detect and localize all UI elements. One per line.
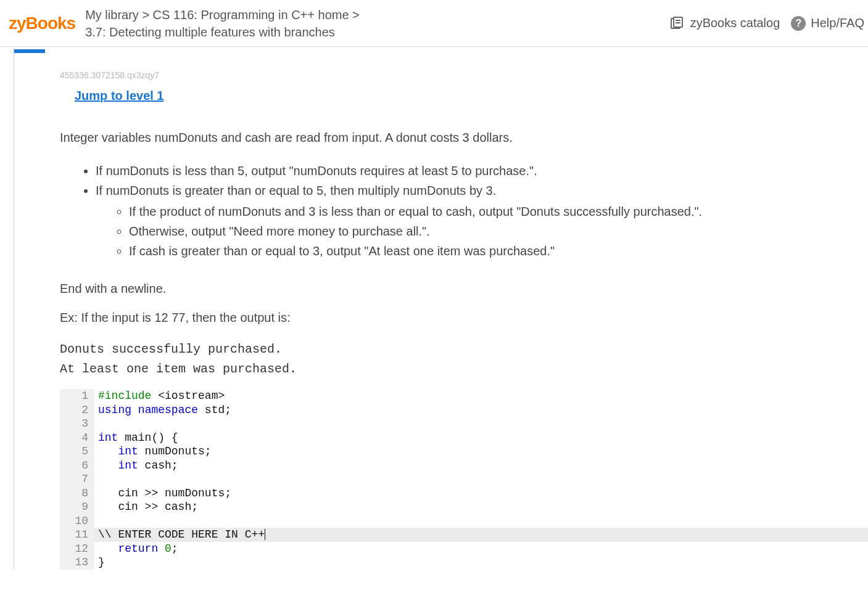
code-text[interactable]: \\ ENTER CODE HERE IN C++ xyxy=(94,528,868,542)
breadcrumb-line-1: My library > CS 116: Programming in C++ … xyxy=(85,6,669,23)
code-line[interactable]: 3 xyxy=(60,417,868,431)
logo-zy: zy xyxy=(9,14,26,33)
gutter-number: 8 xyxy=(60,486,94,501)
sub-bullet-2: Otherwise, output "Need more money to pu… xyxy=(129,221,868,241)
gutter-number: 3 xyxy=(60,417,94,431)
code-text[interactable]: int main() { xyxy=(94,431,868,445)
breadcrumb-line-2: 3.7: Detecting multiple features with br… xyxy=(85,23,669,41)
code-line[interactable]: 11\\ ENTER CODE HERE IN C++ xyxy=(60,528,868,542)
sub-bullet-1: If the product of numDonuts and 3 is les… xyxy=(129,202,868,221)
logo[interactable]: zyBooks xyxy=(2,14,81,33)
example-label: Ex: If the input is 12 77, then the outp… xyxy=(60,311,868,325)
end-newline-note: End with a newline. xyxy=(60,282,868,296)
code-text[interactable] xyxy=(94,472,868,486)
code-text[interactable]: } xyxy=(94,555,868,570)
jump-to-level-link[interactable]: Jump to level 1 xyxy=(75,89,164,103)
code-text[interactable]: cin >> numDonuts; xyxy=(94,486,868,501)
catalog-icon xyxy=(669,16,684,31)
code-line[interactable]: 7 xyxy=(60,472,868,486)
gutter-number: 2 xyxy=(60,403,94,417)
example-output: Donuts successfully purchased. At least … xyxy=(60,340,868,379)
code-line[interactable]: 9 cin >> cash; xyxy=(60,500,868,514)
gutter-number: 9 xyxy=(60,500,94,514)
logo-books: Books xyxy=(26,14,76,33)
prompt-intro: Integer variables numDonuts and cash are… xyxy=(60,128,868,147)
bullet-1: If numDonuts is less than 5, output "num… xyxy=(96,161,868,181)
code-text[interactable] xyxy=(94,417,868,431)
text-cursor xyxy=(265,529,265,540)
gutter-number: 5 xyxy=(60,444,94,459)
code-text[interactable]: int numDonuts; xyxy=(94,444,868,459)
code-line[interactable]: 8 cin >> numDonuts; xyxy=(60,486,868,501)
code-line[interactable]: 5 int numDonuts; xyxy=(60,444,868,459)
code-text[interactable]: cin >> cash; xyxy=(94,500,868,514)
help-link[interactable]: ? Help/FAQ xyxy=(791,16,864,31)
code-line[interactable]: 10 xyxy=(60,514,868,528)
code-line[interactable]: 12 return 0; xyxy=(60,542,868,556)
bullet-2: If numDonuts is greater than or equal to… xyxy=(96,181,868,261)
gutter-number: 6 xyxy=(60,459,94,473)
header-actions: zyBooks catalog ? Help/FAQ xyxy=(669,16,868,31)
gutter-number: 12 xyxy=(60,542,94,556)
bullet-2-text: If numDonuts is greater than or equal to… xyxy=(96,184,496,197)
code-line[interactable]: 6 int cash; xyxy=(60,459,868,473)
app-header: zyBooks My library > CS 116: Programming… xyxy=(0,0,868,47)
gutter-number: 7 xyxy=(60,472,94,486)
sub-bullet-list: If the product of numDonuts and 3 is les… xyxy=(96,202,868,261)
blue-strip xyxy=(14,49,45,53)
gutter-number: 11 xyxy=(60,528,94,542)
code-line[interactable]: 4int main() { xyxy=(60,431,868,445)
gutter-number: 4 xyxy=(60,431,94,445)
gutter-number: 1 xyxy=(60,389,94,403)
breadcrumb[interactable]: My library > CS 116: Programming in C++ … xyxy=(81,6,669,41)
catalog-label: zyBooks catalog xyxy=(690,16,780,30)
code-text[interactable] xyxy=(94,514,868,528)
catalog-link[interactable]: zyBooks catalog xyxy=(669,16,780,31)
code-line[interactable]: 13} xyxy=(60,555,868,570)
activity-id: 455336.3072158.qx3zqy7 xyxy=(60,70,868,80)
bullet-list: If numDonuts is less than 5, output "num… xyxy=(60,161,868,261)
code-text[interactable]: using namespace std; xyxy=(94,403,868,417)
content-outer: 455336.3072158.qx3zqy7 Jump to level 1 I… xyxy=(14,47,868,570)
gutter-number: 13 xyxy=(60,555,94,570)
code-editor[interactable]: 1#include <iostream>2using namespace std… xyxy=(60,389,868,570)
help-icon: ? xyxy=(791,16,806,31)
help-label: Help/FAQ xyxy=(811,16,864,30)
gutter-number: 10 xyxy=(60,514,94,528)
code-line[interactable]: 2using namespace std; xyxy=(60,403,868,417)
code-text[interactable]: int cash; xyxy=(94,459,868,473)
code-text[interactable]: #include <iostream> xyxy=(94,389,868,403)
code-line[interactable]: 1#include <iostream> xyxy=(60,389,868,403)
sub-bullet-3: If cash is greater than or equal to 3, o… xyxy=(129,241,868,261)
content: 455336.3072158.qx3zqy7 Jump to level 1 I… xyxy=(14,70,868,570)
code-text[interactable]: return 0; xyxy=(94,542,868,556)
